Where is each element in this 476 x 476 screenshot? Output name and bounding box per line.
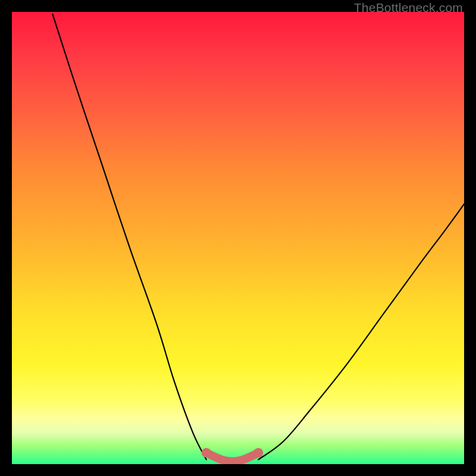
plot-area <box>12 12 464 464</box>
right-curve <box>258 204 464 459</box>
left-curve <box>52 14 206 460</box>
bottom-band <box>206 453 258 462</box>
bottom-band-endpoint <box>202 448 211 458</box>
bottom-band-endpoint <box>253 448 263 458</box>
chart-svg <box>12 12 464 464</box>
chart-frame: TheBottleneck.com <box>0 0 476 476</box>
